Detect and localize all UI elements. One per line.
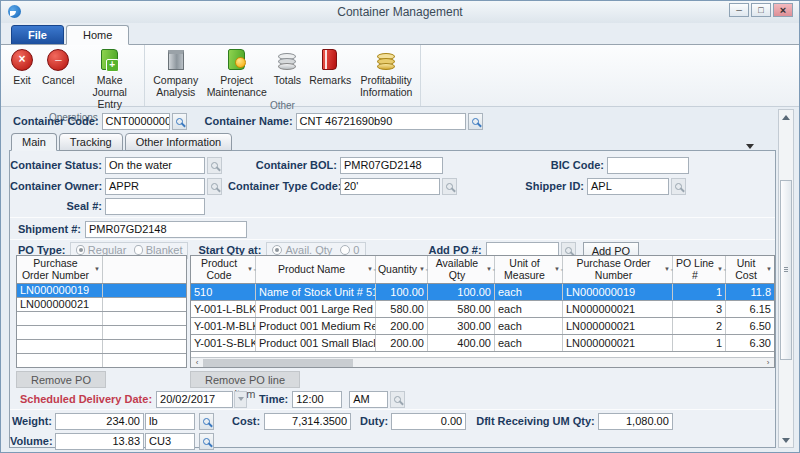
scheduled-delivery-date-field[interactable]: 20/02/2017 <box>156 391 233 408</box>
line-item-row[interactable]: Y-001-S-BLK Product 001 Small Black 200.… <box>191 335 774 352</box>
title-bar: Container Management <box>1 1 799 23</box>
container-code-field[interactable]: CNT000000018 <box>102 113 170 130</box>
project-maintenance-icon <box>228 49 245 70</box>
search-icon <box>211 162 218 169</box>
close-button[interactable] <box>773 3 793 17</box>
ribbon-group-other: Company Analysis Project Maintenance Tot… <box>145 45 421 106</box>
seal-label: Seal #: <box>10 200 102 212</box>
filter-icon[interactable] <box>486 266 492 272</box>
search-icon <box>211 183 218 190</box>
duty-field[interactable]: 0.00 <box>391 413 466 430</box>
column-header-purchase-order-number[interactable]: Purchase Order Number <box>563 256 673 283</box>
po-row[interactable]: LN000000021 <box>17 298 186 312</box>
ribbon-group-operations: Exit Cancel Make Journal Entry Operation… <box>3 45 145 106</box>
filter-icon[interactable] <box>717 266 723 272</box>
maximize-button[interactable] <box>751 3 771 17</box>
tab-tracking[interactable]: Tracking <box>59 133 123 151</box>
column-header-po-line[interactable]: PO Line # <box>673 256 726 283</box>
shipment-field[interactable]: PMR07GD2148 <box>85 221 247 238</box>
column-header-available-qty[interactable]: Available Qty <box>428 256 495 283</box>
dflt-receiving-um-qty-label: Dflt Receiving UM Qty: <box>476 415 595 427</box>
scrollbar-thumb[interactable] <box>203 359 353 367</box>
weight-um-field[interactable]: lb <box>145 413 195 430</box>
bic-code-field[interactable] <box>607 157 689 174</box>
filter-icon[interactable] <box>247 266 253 272</box>
po-row[interactable]: LN000000019 <box>17 284 186 298</box>
tab-main[interactable]: Main <box>11 133 57 151</box>
tab-file[interactable]: File <box>11 25 64 45</box>
scroll-right-icon[interactable]: › <box>762 358 774 367</box>
filter-icon[interactable] <box>554 266 560 272</box>
po-row-empty <box>17 354 186 368</box>
filter-icon[interactable] <box>419 266 425 272</box>
weight-um-search-button[interactable] <box>199 413 214 430</box>
search-icon <box>565 247 572 254</box>
weight-field[interactable]: 234.00 <box>55 413 144 430</box>
ampm-field[interactable]: AM <box>349 391 388 408</box>
container-name-field[interactable]: CNT 46721690b90 <box>296 113 466 130</box>
column-header-quantity[interactable]: Quantity <box>376 256 428 283</box>
po-grid-header[interactable]: Purchase Order Number <box>17 256 103 283</box>
container-name-search-button[interactable] <box>468 113 483 130</box>
container-type-code-label: Container Type Code: <box>228 180 337 192</box>
line-items-horizontal-scrollbar[interactable]: ‹ › <box>191 357 774 367</box>
remarks-button[interactable]: Remarks <box>305 47 355 87</box>
line-item-row[interactable]: Y-001-M-BLK Product 001 Medium Red 200.0… <box>191 318 774 335</box>
seal-field[interactable] <box>105 198 205 215</box>
scrollbar-thumb[interactable] <box>780 180 792 360</box>
dflt-receiving-um-qty-field[interactable]: 1,080.00 <box>598 413 673 430</box>
column-header-unit-cost[interactable]: Unit Cost <box>726 256 774 283</box>
tab-home[interactable]: Home <box>66 25 129 45</box>
column-header-product-name[interactable]: Product Name <box>256 256 376 283</box>
vertical-scrollbar[interactable] <box>778 109 794 448</box>
filter-icon[interactable] <box>766 266 772 272</box>
tab-overflow-arrow-icon[interactable] <box>746 144 754 149</box>
scroll-left-icon[interactable]: ‹ <box>191 358 203 367</box>
scheduled-delivery-date-label: Scheduled Delivery Date: <box>20 393 152 405</box>
volume-um-search-button[interactable] <box>199 433 214 450</box>
date-dropdown-icon[interactable] <box>234 391 247 408</box>
container-code-label: Container Code: <box>13 115 99 127</box>
container-type-code-field[interactable]: 20' <box>340 178 440 195</box>
volume-label: Volume: <box>10 435 52 447</box>
remove-po-button[interactable]: Remove PO <box>16 371 106 388</box>
search-icon <box>446 183 453 190</box>
totals-button[interactable]: Totals <box>270 47 305 87</box>
filter-icon[interactable] <box>664 266 670 272</box>
scroll-up-icon[interactable] <box>779 110 793 124</box>
filter-icon[interactable] <box>367 266 373 272</box>
po-grid-header-blank <box>103 256 186 283</box>
cost-field[interactable]: 7,314.3500 <box>264 413 351 430</box>
exit-button[interactable]: Exit <box>6 47 38 87</box>
remove-po-line-item-button[interactable]: Remove PO line item <box>190 371 300 388</box>
make-journal-entry-button[interactable]: Make Journal Entry <box>79 47 141 111</box>
column-header-unit-of-measure[interactable]: Unit of Measure <box>495 256 563 283</box>
scroll-down-icon[interactable] <box>779 433 793 447</box>
search-icon <box>472 118 479 125</box>
volume-um-field[interactable]: CU3 <box>145 433 195 450</box>
line-item-row[interactable]: Y-001-L-BLK Product 001 Large Red 580.00… <box>191 301 774 318</box>
container-code-search-button[interactable] <box>172 113 187 130</box>
cancel-button[interactable]: Cancel <box>38 47 79 87</box>
totals-icon <box>278 63 296 70</box>
profitability-icon <box>377 63 395 70</box>
profitability-information-button[interactable]: Profitability Information <box>355 47 417 99</box>
project-maintenance-button[interactable]: Project Maintenance <box>204 47 270 99</box>
container-type-code-search-button <box>442 178 457 195</box>
line-item-row[interactable]: 510 Name of Stock Unit # 510 100.00 100.… <box>191 284 774 301</box>
column-header-product-code[interactable]: Product Code <box>191 256 256 283</box>
shipment-label: Shipment #: <box>18 223 81 235</box>
container-name-label: Container Name: <box>205 115 293 127</box>
search-icon <box>176 118 183 125</box>
minimize-button[interactable] <box>729 3 749 17</box>
tab-other-information[interactable]: Other Information <box>125 133 233 151</box>
shipper-id-field[interactable]: APL <box>587 178 669 195</box>
container-owner-field[interactable]: APPR <box>105 178 205 195</box>
container-status-field[interactable]: On the water <box>105 157 205 174</box>
volume-field[interactable]: 13.83 <box>55 433 144 450</box>
container-bol-field[interactable]: PMR07GD2148 <box>340 157 443 174</box>
company-analysis-button[interactable]: Company Analysis <box>148 47 204 99</box>
time-field[interactable]: 12:00 <box>292 391 342 408</box>
filter-icon[interactable] <box>94 266 100 272</box>
purchase-orders-grid: Purchase Order Number LN000000019 LN0000… <box>16 255 187 368</box>
